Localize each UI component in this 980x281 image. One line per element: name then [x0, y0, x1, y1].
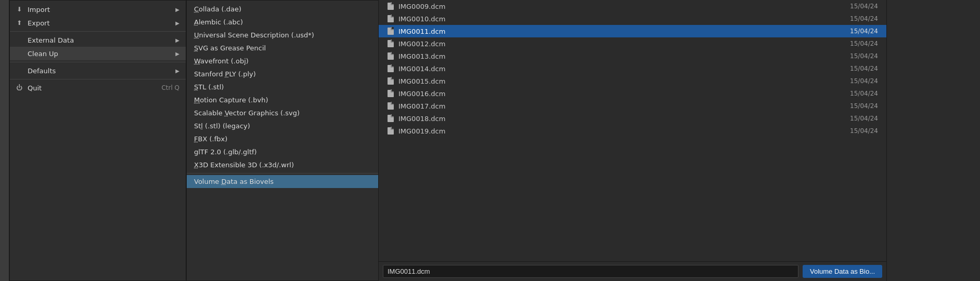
menu-container: ⬇ Import ▶ ⬆ Export ▶ External Data ▶ Cl… — [9, 0, 379, 281]
file-row-left: IMG0017.dcm — [387, 102, 445, 110]
file-row-left: IMG0015.dcm — [387, 77, 445, 85]
file-date: 15/04/24 — [850, 90, 878, 97]
file-name: IMG0010.dcm — [398, 15, 445, 23]
file-icon — [387, 39, 394, 48]
file-row-left: IMG0018.dcm — [387, 114, 445, 123]
external-data-label: External Data — [28, 36, 74, 44]
clean-up-label: Clean Up — [28, 50, 58, 58]
menu-item-collada[interactable]: Collada (.dae) — [187, 3, 378, 16]
fbx-label: FBX (.fbx) — [194, 135, 227, 143]
external-data-icon — [15, 36, 23, 44]
menu-item-fbx[interactable]: FBX (.fbx) — [187, 132, 378, 145]
defaults-icon — [15, 66, 23, 75]
file-name: IMG0015.dcm — [398, 77, 445, 85]
file-row[interactable]: IMG0012.dcm 15/04/24 — [379, 37, 886, 50]
file-row-left: IMG0014.dcm — [387, 64, 445, 73]
file-date: 15/04/24 — [850, 3, 878, 10]
menu-item-svg-grease[interactable]: SVG as Grease Pencil — [187, 42, 378, 55]
quit-shortcut: Ctrl Q — [161, 84, 179, 91]
menu-item-wavefront[interactable]: Wavefront (.obj) — [187, 55, 378, 68]
import-icon: ⬇ — [15, 5, 23, 14]
right-panel — [886, 0, 980, 281]
external-data-arrow: ▶ — [175, 37, 179, 43]
menu-item-export[interactable]: ⬆ Export ▶ — [10, 16, 186, 30]
file-date: 15/04/24 — [850, 15, 878, 22]
menu-item-alembic[interactable]: Alembic (.abc) — [187, 16, 378, 29]
menu-item-stanford[interactable]: Stanford PLY (.ply) — [187, 68, 378, 81]
separator-1 — [10, 31, 186, 32]
file-icon — [387, 127, 394, 135]
file-row[interactable]: IMG0013.dcm 15/04/24 — [379, 50, 886, 62]
file-date: 15/04/24 — [850, 65, 878, 72]
file-row[interactable]: IMG0016.dcm 15/04/24 — [379, 87, 886, 100]
menu-item-import[interactable]: ⬇ Import ▶ — [10, 3, 186, 16]
menu-level1: ⬇ Import ▶ ⬆ Export ▶ External Data ▶ Cl… — [9, 0, 186, 281]
gltf-label: glTF 2.0 (.glb/.gltf) — [194, 148, 257, 156]
volume-data-button[interactable]: Volume Data as Bio... — [803, 265, 882, 278]
file-name: IMG0009.dcm — [398, 3, 445, 10]
quit-label: Quit — [28, 84, 42, 92]
file-row-left: IMG0011.dcm — [387, 27, 445, 35]
svg-label: Scalable Vector Graphics (.svg) — [194, 109, 300, 117]
alembic-label: Alembic (.abc) — [194, 18, 243, 26]
file-row[interactable]: IMG0011.dcm 15/04/24 — [379, 25, 886, 37]
file-row-left: IMG0009.dcm — [387, 2, 445, 10]
file-name: IMG0012.dcm — [398, 40, 445, 48]
menu-item-clean-up[interactable]: Clean Up ▶ — [10, 47, 186, 60]
submenu-separator — [187, 173, 378, 173]
stl-legacy-label: Stl (.stl) (legacy) — [194, 122, 250, 130]
file-list: IMG0009.dcm 15/04/24 IMG0010.dcm 15/04/2… — [379, 0, 886, 261]
separator-2 — [10, 62, 186, 62]
file-date: 15/04/24 — [850, 102, 878, 110]
menu-item-svg[interactable]: Scalable Vector Graphics (.svg) — [187, 106, 378, 119]
usd-label: Universal Scene Description (.usd*) — [194, 31, 314, 39]
file-icon — [387, 52, 394, 60]
file-icon — [387, 27, 394, 35]
menu-item-external-data[interactable]: External Data ▶ — [10, 33, 186, 47]
file-date: 15/04/24 — [850, 40, 878, 47]
file-bottom-bar: Volume Data as Bio... — [379, 261, 886, 281]
file-name: IMG0019.dcm — [398, 127, 445, 135]
export-arrow: ▶ — [175, 20, 179, 26]
menu-item-quit[interactable]: ⏻ Quit Ctrl Q — [10, 81, 186, 95]
file-date: 15/04/24 — [850, 77, 878, 85]
file-date: 15/04/24 — [850, 52, 878, 60]
menu-level2: Collada (.dae) Alembic (.abc) Universal … — [186, 0, 379, 281]
file-row[interactable]: IMG0017.dcm 15/04/24 — [379, 100, 886, 112]
menu-item-motion-capture[interactable]: Motion Capture (.bvh) — [187, 93, 378, 106]
stanford-label: Stanford PLY (.ply) — [194, 70, 256, 78]
file-row[interactable]: IMG0018.dcm 15/04/24 — [379, 112, 886, 125]
file-row[interactable]: IMG0019.dcm 15/04/24 — [379, 125, 886, 137]
defaults-arrow: ▶ — [175, 68, 179, 74]
file-name: IMG0011.dcm — [398, 28, 445, 35]
menu-item-stl-legacy[interactable]: Stl (.stl) (legacy) — [187, 119, 378, 132]
menu-item-usd[interactable]: Universal Scene Description (.usd*) — [187, 29, 378, 42]
viewport-strip — [0, 0, 9, 281]
quit-icon: ⏻ — [15, 84, 23, 92]
file-row[interactable]: IMG0014.dcm 15/04/24 — [379, 62, 886, 75]
file-row[interactable]: IMG0009.dcm 15/04/24 — [379, 0, 886, 12]
x3d-label: X3D Extensible 3D (.x3d/.wrl) — [194, 161, 294, 169]
stl-label: STL (.stl) — [194, 83, 224, 91]
file-row[interactable]: IMG0010.dcm 15/04/24 — [379, 12, 886, 25]
file-row-left: IMG0013.dcm — [387, 52, 445, 60]
menu-item-defaults[interactable]: Defaults ▶ — [10, 64, 186, 77]
volume-biovels-label: Volume Data as Biovels — [194, 178, 274, 185]
menu-item-gltf[interactable]: glTF 2.0 (.glb/.gltf) — [187, 145, 378, 158]
export-label: Export — [28, 19, 50, 27]
collada-label: Collada (.dae) — [194, 5, 241, 13]
separator-3 — [10, 79, 186, 79]
menu-item-volume-biovels[interactable]: Volume Data as Biovels — [187, 175, 378, 188]
file-icon — [387, 77, 394, 85]
import-label: Import — [28, 6, 50, 14]
file-icon — [387, 15, 394, 23]
clean-up-arrow: ▶ — [175, 51, 179, 57]
export-icon: ⬆ — [15, 19, 23, 27]
menu-item-x3d[interactable]: X3D Extensible 3D (.x3d/.wrl) — [187, 158, 378, 171]
menu-item-stl[interactable]: STL (.stl) — [187, 81, 378, 93]
file-name-input[interactable] — [383, 265, 798, 278]
file-icon — [387, 114, 394, 123]
file-icon — [387, 102, 394, 110]
svg-grease-label: SVG as Grease Pencil — [194, 44, 266, 52]
file-row[interactable]: IMG0015.dcm 15/04/24 — [379, 75, 886, 87]
